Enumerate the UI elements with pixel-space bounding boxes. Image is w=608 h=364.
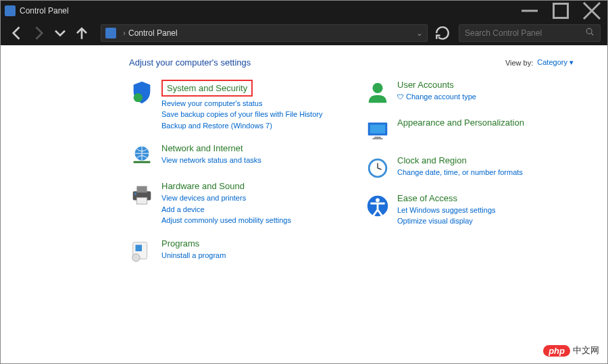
svg-point-12	[134, 193, 136, 195]
category-link[interactable]: Change date, time, or number formats	[397, 167, 523, 178]
search-icon[interactable]	[585, 27, 594, 39]
maximize-button[interactable]	[545, 1, 576, 21]
category-column-right: User Accounts Change account type Appear…	[365, 80, 574, 276]
category-title[interactable]: Appearance and Personalization	[397, 118, 524, 129]
view-by-dropdown[interactable]: Category ▾	[537, 58, 574, 67]
address-bar[interactable]: › Control Panel ⌄	[101, 24, 428, 42]
category-link[interactable]: Backup and Restore (Windows 7)	[161, 120, 322, 132]
category-appearance: Appearance and Personalization	[365, 118, 574, 143]
category-link[interactable]: View network status and tasks	[161, 155, 261, 166]
breadcrumb-item[interactable]: Control Panel	[128, 28, 178, 38]
category-title[interactable]: User Accounts	[397, 80, 476, 91]
monitor-icon	[365, 118, 390, 143]
window-title: Control Panel	[20, 6, 514, 16]
svg-point-26	[376, 199, 380, 203]
category-link[interactable]: View devices and printers	[161, 192, 291, 204]
category-link[interactable]: Optimize visual display	[397, 215, 496, 227]
user-icon	[365, 80, 390, 105]
category-system-security: System and Security Review your computer…	[129, 80, 338, 131]
category-user-accounts: User Accounts Change account type	[365, 80, 574, 105]
chevron-right-icon: ›	[123, 28, 126, 38]
chevron-down-icon[interactable]: ⌄	[416, 28, 423, 38]
nav-recent-button[interactable]	[51, 24, 70, 43]
refresh-button[interactable]	[433, 24, 452, 43]
nav-back-button[interactable]	[7, 24, 26, 43]
svg-rect-8	[134, 161, 151, 163]
category-title[interactable]: Hardware and Sound	[161, 181, 291, 192]
address-icon	[105, 28, 116, 38]
category-link[interactable]: Adjust commonly used mobility settings	[161, 215, 291, 226]
svg-rect-14	[136, 244, 143, 251]
category-hardware: Hardware and Sound View devices and prin…	[129, 181, 338, 226]
titlebar: Control Panel	[1, 1, 607, 21]
category-network: Network and Internet View network status…	[129, 143, 338, 169]
category-link[interactable]: Review your computer's status	[161, 98, 322, 109]
close-button[interactable]	[576, 1, 607, 21]
watermark-badge: php	[543, 345, 570, 357]
clock-icon	[365, 155, 390, 181]
svg-rect-18	[370, 124, 386, 133]
view-by-label: View by:	[505, 59, 533, 67]
category-programs: Programs Uninstall a program	[129, 238, 338, 264]
category-title[interactable]: Network and Internet	[161, 143, 261, 155]
category-ease-of-access: Ease of Access Let Windows suggest setti…	[365, 193, 574, 227]
svg-point-4	[586, 28, 592, 34]
watermark: php 中文网	[543, 344, 599, 357]
svg-point-15	[132, 254, 140, 261]
nav-up-button[interactable]	[72, 24, 91, 43]
view-by: View by: Category ▾	[505, 58, 574, 67]
category-link[interactable]: Uninstall a program	[161, 250, 226, 261]
watermark-text: 中文网	[573, 344, 599, 357]
category-link[interactable]: Let Windows suggest settings	[397, 205, 496, 216]
svg-point-6	[134, 93, 143, 102]
shield-icon	[129, 80, 155, 105]
search-box[interactable]	[459, 24, 601, 42]
category-clock: Clock and Region Change date, time, or n…	[365, 155, 574, 181]
svg-rect-19	[374, 137, 381, 138]
category-link[interactable]: Change account type	[397, 91, 476, 103]
category-title[interactable]: Programs	[161, 238, 226, 250]
printer-icon	[129, 181, 155, 207]
globe-icon	[129, 143, 155, 169]
page-title: Adjust your computer's settings	[129, 57, 251, 68]
svg-rect-1	[554, 4, 568, 18]
accessibility-icon	[365, 193, 390, 219]
programs-icon	[129, 238, 155, 264]
svg-rect-20	[372, 138, 382, 139]
content-area: Adjust your computer's settings View by:…	[1, 45, 607, 276]
nav-forward-button[interactable]	[29, 24, 48, 43]
category-title[interactable]: Ease of Access	[397, 193, 496, 205]
svg-line-5	[591, 33, 593, 35]
minimize-button[interactable]	[514, 1, 545, 21]
search-input[interactable]	[465, 28, 585, 38]
navbar: › Control Panel ⌄	[1, 21, 607, 45]
category-link[interactable]: Add a device	[161, 204, 291, 215]
svg-point-16	[372, 83, 382, 93]
category-title[interactable]: Clock and Region	[397, 155, 523, 167]
category-column-left: System and Security Review your computer…	[129, 80, 338, 276]
svg-rect-11	[136, 198, 147, 205]
category-title[interactable]: System and Security	[167, 83, 247, 93]
svg-rect-10	[136, 186, 147, 193]
control-panel-icon	[5, 5, 16, 16]
category-link[interactable]: Save backup copies of your files with Fi…	[161, 109, 322, 120]
highlight-box: System and Security	[161, 80, 253, 97]
